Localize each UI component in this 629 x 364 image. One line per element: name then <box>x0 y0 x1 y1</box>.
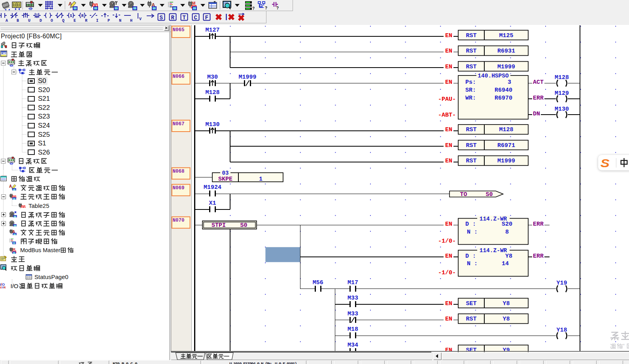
svg-text:F: F <box>205 15 208 21</box>
svg-text:T: T <box>182 15 185 21</box>
svg-text:M33: M33 <box>348 295 358 302</box>
svg-text:DN: DN <box>533 111 540 117</box>
svg-text:EN: EN <box>445 158 452 164</box>
svg-text:M130: M130 <box>205 121 219 128</box>
svg-text:Ps:: Ps: <box>465 79 476 86</box>
svg-text:114.Z-WR: 114.Z-WR <box>480 247 507 254</box>
svg-text:EN: EN <box>445 126 452 133</box>
svg-text:RST: RST <box>466 142 476 149</box>
svg-text:RST: RST <box>466 64 476 70</box>
svg-text:R6971: R6971 <box>497 142 515 149</box>
svg-text:M127: M127 <box>205 27 219 34</box>
svg-text:SET: SET <box>466 300 476 307</box>
svg-text:Y19: Y19 <box>556 280 567 287</box>
svg-text:S0: S0 <box>240 222 247 229</box>
svg-text:M30: M30 <box>207 74 218 81</box>
svg-text:ERR: ERR <box>533 221 544 228</box>
svg-text:ERR: ERR <box>533 95 544 102</box>
svg-text:?: ? <box>265 6 267 10</box>
svg-text:N065: N065 <box>173 27 185 33</box>
svg-text:1: 1 <box>259 176 263 183</box>
svg-text:3: 3 <box>508 79 511 86</box>
svg-text:A: A <box>9 184 12 189</box>
svg-text:M128: M128 <box>499 126 513 133</box>
svg-text:M56: M56 <box>313 279 323 286</box>
svg-text:?: ? <box>252 6 255 10</box>
svg-text:D :: D : <box>465 221 476 228</box>
svg-text:M17: M17 <box>348 279 358 286</box>
svg-text:Y8: Y8 <box>502 300 510 307</box>
svg-text:M125: M125 <box>499 32 513 39</box>
svg-text:M: M <box>13 247 15 251</box>
svg-text:R6931: R6931 <box>497 48 515 55</box>
svg-text:N068: N068 <box>173 169 185 174</box>
svg-text:RST: RST <box>466 316 476 323</box>
svg-text:-PAU-: -PAU- <box>438 96 456 103</box>
svg-text:R6970: R6970 <box>495 95 512 102</box>
svg-text:?: ? <box>276 6 279 10</box>
svg-text:ERR: ERR <box>533 253 544 260</box>
svg-text:N :: N : <box>467 229 478 236</box>
svg-text:S20: S20 <box>502 221 512 228</box>
svg-text:SKPE: SKPE <box>218 176 232 183</box>
svg-text:N069: N069 <box>173 185 185 191</box>
svg-text:RST: RST <box>466 158 476 164</box>
svg-text:C: C <box>194 15 197 21</box>
svg-text:M: M <box>11 221 13 224</box>
svg-text:Y18: Y18 <box>556 327 567 334</box>
svg-text:SR:: SR: <box>465 87 476 94</box>
svg-text:Y8: Y8 <box>502 316 510 323</box>
svg-text:M128: M128 <box>205 89 219 96</box>
svg-text:N :: N : <box>467 260 478 267</box>
svg-text:N066: N066 <box>173 74 185 79</box>
svg-text:M: M <box>192 1 195 6</box>
svg-text:Y8: Y8 <box>505 253 512 260</box>
svg-text:R6940: R6940 <box>495 87 512 94</box>
svg-text:RST: RST <box>466 32 476 39</box>
svg-text:TO: TO <box>460 191 467 198</box>
svg-text:EN: EN <box>445 32 452 39</box>
svg-text:-1/0-: -1/0- <box>438 270 456 276</box>
svg-text:EN: EN <box>445 64 452 70</box>
svg-text:EN: EN <box>445 300 452 307</box>
svg-text:X1: X1 <box>209 200 216 207</box>
svg-text:M1999: M1999 <box>238 74 256 81</box>
svg-text:M: M <box>11 213 13 215</box>
svg-text:8: 8 <box>505 229 509 236</box>
svg-text:EN: EN <box>445 316 452 323</box>
svg-text:XYR: XYR <box>0 286 6 289</box>
svg-text:M130: M130 <box>555 106 569 113</box>
svg-text:EN: EN <box>445 79 452 86</box>
svg-text:M128: M128 <box>555 74 569 81</box>
svg-text:03: 03 <box>222 170 229 176</box>
svg-text:WR:: WR: <box>465 95 476 102</box>
svg-text:EN: EN <box>445 142 452 149</box>
svg-text:R: R <box>171 15 175 21</box>
svg-text:S0: S0 <box>485 191 493 198</box>
svg-text:M1999: M1999 <box>497 158 515 164</box>
svg-text:M1924: M1924 <box>204 184 221 191</box>
svg-text:EN: EN <box>445 253 452 260</box>
svg-text:N067: N067 <box>173 121 185 127</box>
svg-text:ACT: ACT <box>533 79 544 86</box>
svg-text:M18: M18 <box>348 326 358 333</box>
svg-text:140.HSPSO: 140.HSPSO <box>478 73 509 79</box>
svg-text:RST: RST <box>466 48 476 55</box>
svg-text:14: 14 <box>502 260 509 267</box>
svg-text:M129: M129 <box>555 90 569 97</box>
svg-text:RST: RST <box>466 126 476 133</box>
svg-text:-ABT-: -ABT- <box>438 112 456 119</box>
svg-text:EN: EN <box>445 221 452 228</box>
svg-text:STPI: STPI <box>212 222 226 229</box>
svg-text:EN: EN <box>445 48 452 55</box>
svg-text:M33: M33 <box>348 311 358 317</box>
svg-text:-1/0-: -1/0- <box>438 238 456 245</box>
svg-text:D :: D : <box>465 253 476 260</box>
svg-text:M34: M34 <box>348 342 358 349</box>
svg-text:N070: N070 <box>173 218 185 223</box>
svg-text:M1999: M1999 <box>497 64 515 70</box>
